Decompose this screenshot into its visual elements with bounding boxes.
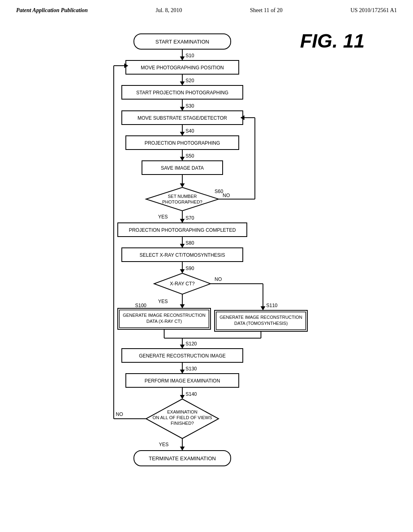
header-patent: US 2010/172561 A1 bbox=[350, 7, 397, 14]
svg-text:S140: S140 bbox=[186, 391, 197, 397]
svg-text:GENERATE IMAGE RECONSTRUCTION: GENERATE IMAGE RECONSTRUCTION bbox=[123, 313, 205, 318]
svg-text:SELECT X-RAY CT/TOMOSYNTHESIS: SELECT X-RAY CT/TOMOSYNTHESIS bbox=[140, 252, 225, 258]
svg-text:S130: S130 bbox=[186, 366, 197, 372]
svg-text:GENERATE RECOSTRUCTION IMAGE: GENERATE RECOSTRUCTION IMAGE bbox=[139, 353, 225, 359]
svg-text:NO: NO bbox=[215, 276, 222, 282]
svg-text:S60: S60 bbox=[215, 189, 223, 194]
svg-marker-30 bbox=[146, 187, 219, 211]
header-sheet: Sheet 11 of 20 bbox=[250, 7, 283, 14]
diagram-area: FIG. 11 START EXAMINATION S10 MOVE PHOTO… bbox=[0, 18, 413, 517]
svg-text:S50: S50 bbox=[186, 153, 194, 159]
svg-text:S10: S10 bbox=[186, 53, 194, 58]
svg-text:X-RAY CT?: X-RAY CT? bbox=[170, 281, 195, 287]
svg-text:SAVE IMAGE DATA: SAVE IMAGE DATA bbox=[161, 165, 204, 171]
svg-text:MOVE SUBSTRATE STAGE/DETECTOR: MOVE SUBSTRATE STAGE/DETECTOR bbox=[138, 115, 227, 121]
svg-text:S30: S30 bbox=[186, 103, 194, 109]
svg-text:PHOTOGRAPHED?: PHOTOGRAPHED? bbox=[162, 200, 202, 204]
svg-text:S80: S80 bbox=[186, 240, 194, 246]
svg-text:NO: NO bbox=[116, 411, 123, 417]
svg-marker-57 bbox=[261, 306, 265, 310]
svg-text:YES: YES bbox=[159, 442, 169, 447]
svg-marker-86 bbox=[180, 395, 185, 399]
svg-marker-28 bbox=[180, 183, 185, 187]
svg-text:PROJECTION PHOTOGRAPHING: PROJECTION PHOTOGRAPHING bbox=[144, 140, 220, 146]
svg-marker-23 bbox=[180, 157, 185, 161]
svg-marker-8 bbox=[180, 81, 185, 85]
svg-text:GENERATE IMAGE RECONSTRUCTION: GENERATE IMAGE RECONSTRUCTION bbox=[219, 315, 302, 320]
svg-text:S70: S70 bbox=[186, 215, 194, 221]
svg-text:PROJECTION PHOTOGRAPHING COMPL: PROJECTION PHOTOGRAPHING COMPLETED bbox=[129, 227, 236, 233]
svg-text:YES: YES bbox=[158, 214, 168, 220]
svg-text:SET NUMBER: SET NUMBER bbox=[168, 194, 197, 199]
svg-text:START EXAMINATION: START EXAMINATION bbox=[155, 39, 209, 45]
figure-label: FIG. 11 bbox=[300, 30, 365, 52]
svg-marker-13 bbox=[180, 107, 185, 111]
svg-text:YES: YES bbox=[158, 299, 168, 304]
svg-marker-50 bbox=[180, 269, 185, 273]
svg-text:PERFORM IMAGE EXAMINATION: PERFORM IMAGE EXAMINATION bbox=[144, 378, 220, 384]
page-header: Patent Application Publication Jul. 8, 2… bbox=[0, 0, 413, 18]
svg-text:START PROJECTION PHOTOGRAPHING: START PROJECTION PHOTOGRAPHING bbox=[136, 90, 228, 96]
svg-text:DATA (X-RAY CT): DATA (X-RAY CT) bbox=[146, 319, 182, 324]
svg-text:FINISHED?: FINISHED? bbox=[171, 421, 194, 426]
svg-text:MOVE PHOTOGRAPHING POSITION: MOVE PHOTOGRAPHING POSITION bbox=[141, 65, 224, 71]
flowchart-svg: START EXAMINATION S10 MOVE PHOTOGRAPHING… bbox=[81, 26, 332, 509]
svg-text:DATA (TOMOSYNTHESIS): DATA (TOMOSYNTHESIS) bbox=[234, 321, 288, 326]
svg-text:S90: S90 bbox=[186, 266, 194, 271]
svg-text:NO: NO bbox=[223, 193, 230, 198]
svg-marker-39 bbox=[180, 219, 185, 223]
svg-marker-18 bbox=[180, 132, 185, 136]
svg-text:S40: S40 bbox=[186, 128, 194, 134]
svg-text:S110: S110 bbox=[266, 303, 277, 308]
svg-text:S120: S120 bbox=[186, 341, 197, 347]
svg-text:S20: S20 bbox=[186, 78, 194, 83]
svg-marker-98 bbox=[180, 447, 185, 451]
svg-text:TERMINATE EXAMINATION: TERMINATE EXAMINATION bbox=[149, 455, 216, 461]
svg-text:ON ALL OF FIELD OF VIEWS: ON ALL OF FIELD OF VIEWS bbox=[152, 415, 212, 420]
header-publication-label: Patent Application Publication bbox=[16, 7, 88, 14]
svg-marker-3 bbox=[180, 56, 185, 60]
svg-marker-60 bbox=[180, 304, 185, 308]
svg-marker-81 bbox=[180, 370, 185, 374]
header-date: Jul. 8, 2010 bbox=[156, 7, 182, 14]
svg-marker-76 bbox=[180, 345, 185, 349]
svg-text:EXAMINATION: EXAMINATION bbox=[167, 409, 198, 414]
svg-marker-45 bbox=[180, 244, 185, 248]
svg-text:S100: S100 bbox=[135, 303, 146, 308]
